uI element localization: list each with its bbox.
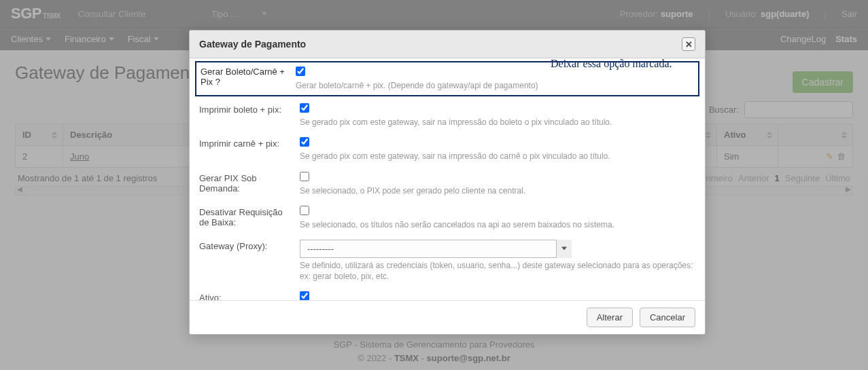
form-row: Imprimir carnê + pix: Se gerado pix com …	[199, 134, 695, 168]
modal-footer: Alterar Cancelar	[190, 300, 705, 334]
field-label: Gateway (Proxy):	[199, 240, 292, 251]
desativar-baixa-checkbox[interactable]	[300, 206, 309, 215]
field-help: Se selecionado, os títulos não serão can…	[300, 219, 695, 230]
field-help: Gerar boleto/carnê + pix. (Depende do ga…	[296, 80, 538, 91]
field-help: Se definido, utilizará as credenciais (t…	[300, 260, 695, 282]
close-icon[interactable]: ✕	[682, 37, 695, 51]
field-label: Ativo:	[199, 291, 292, 300]
gateway-modal: Gateway de Pagamento ✕ Gerar Boleto/Carn…	[189, 30, 706, 335]
field-label: Desativar Requisição de Baixa:	[199, 206, 292, 227]
gateway-proxy-select[interactable]: ---------	[300, 240, 572, 258]
cancelar-button[interactable]: Cancelar	[640, 308, 695, 327]
field-label: Gerar PIX Sob Demanda:	[199, 172, 292, 193]
field-help: Se selecionado, o PIX pode ser gerado pe…	[300, 185, 695, 196]
form-row: Gateway (Proxy): --------- Se definido, …	[199, 237, 695, 289]
form-row: Ativo:	[199, 289, 695, 300]
gerar-boleto-pix-checkbox[interactable]	[296, 67, 305, 76]
form-row: Imprimir boleto + pix: Se gerado pix com…	[199, 100, 695, 134]
field-label: Imprimir carnê + pix:	[199, 137, 292, 149]
field-label: Gerar Boleto/Carnê + Pix ?	[201, 67, 288, 87]
modal-header: Gateway de Pagamento ✕	[190, 31, 705, 58]
annotation-text: Deixar essa opção marcada.	[551, 56, 673, 71]
modal-body: Gerar Boleto/Carnê + Pix ? Gerar boleto/…	[190, 58, 705, 300]
pix-demanda-checkbox[interactable]	[300, 172, 309, 181]
imprimir-carne-pix-checkbox[interactable]	[300, 137, 309, 147]
ativo-checkbox[interactable]	[300, 291, 309, 300]
field-help: Se gerado pix com este gateway, sair na …	[300, 151, 695, 162]
form-row: Desativar Requisição de Baixa: Se seleci…	[199, 203, 695, 237]
field-label: Imprimir boleto + pix:	[199, 103, 292, 115]
field-help: Se gerado pix com este gateway, sair na …	[300, 117, 695, 128]
form-row: Gerar PIX Sob Demanda: Se selecionado, o…	[199, 169, 695, 203]
imprimir-boleto-pix-checkbox[interactable]	[300, 103, 309, 113]
modal-title: Gateway de Pagamento	[199, 39, 306, 50]
alterar-button[interactable]: Alterar	[587, 308, 633, 327]
